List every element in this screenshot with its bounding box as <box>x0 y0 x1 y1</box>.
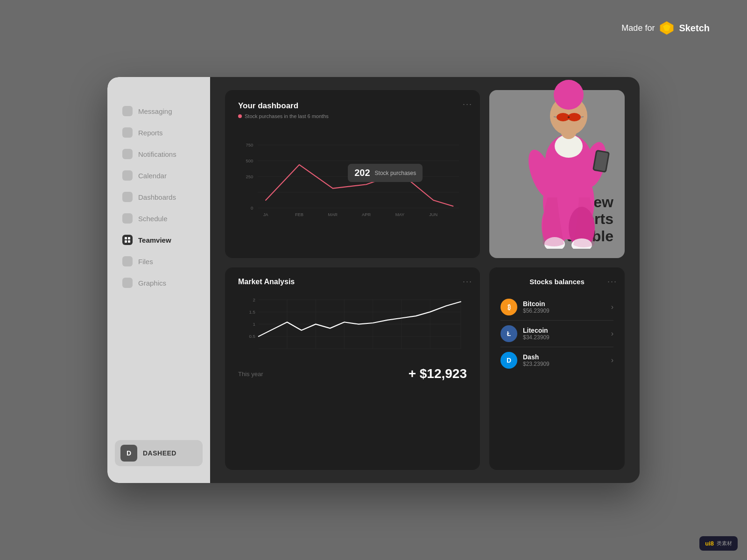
sidebar-item-files[interactable]: Files <box>111 252 206 271</box>
stock-icon-bitcoin: ₿ <box>500 299 517 315</box>
svg-point-35 <box>554 80 584 110</box>
market-chart: 2 1.5 1 0.5 <box>238 294 467 359</box>
dashboard-legend: Stock purchases in the last 6 months <box>238 113 467 119</box>
svg-text:250: 250 <box>246 175 254 179</box>
svg-rect-3 <box>128 237 130 239</box>
chart-tooltip: 202 Stock purchases <box>348 164 423 182</box>
svg-text:APR: APR <box>362 212 371 217</box>
stock-item-bitcoin[interactable]: ₿ Bitcoin $56.23909 › <box>500 294 613 321</box>
svg-text:750: 750 <box>246 143 254 147</box>
svg-text:1.5: 1.5 <box>249 309 255 315</box>
sidebar: MessagingReportsNotificationsCalendarDas… <box>107 77 210 483</box>
stock-price-litecoin: $34.23909 <box>523 334 606 341</box>
svg-rect-5 <box>128 240 130 243</box>
svg-point-27 <box>545 134 592 186</box>
svg-point-37 <box>568 113 581 121</box>
sidebar-bottom: D DASHEED <box>107 433 210 474</box>
legend-text: Stock purchases in the last 6 months <box>245 113 329 119</box>
sidebar-item-label-teamview: Teamview <box>138 236 171 244</box>
stock-price-dash: $23.23909 <box>523 361 606 367</box>
stock-icon-dash: D <box>500 352 517 369</box>
dashboard-chart-svg: 750 500 250 0 JA FEB MAR APR MAY <box>238 126 467 238</box>
main-content: ... Your dashboard Stock purchases in th… <box>210 77 640 483</box>
dashboard-title: Your dashboard <box>238 101 467 111</box>
reports-icon <box>122 127 133 138</box>
sidebar-item-schedule[interactable]: Schedule <box>111 209 206 228</box>
tooltip-number: 202 <box>354 168 370 178</box>
user-name: DASHEED <box>143 449 176 457</box>
message-icon <box>122 106 133 116</box>
svg-text:JA: JA <box>263 212 269 217</box>
promo-card: New reports available <box>489 90 625 258</box>
sidebar-item-label-calendar: Calendar <box>138 172 167 180</box>
avatar: D <box>120 445 137 462</box>
made-for-label: Made for <box>621 23 655 33</box>
stocks-menu[interactable]: ... <box>607 275 617 285</box>
watermark-icon: ui8 <box>705 540 714 547</box>
watermark: ui8 类素材 <box>699 536 738 551</box>
market-value: + $12,923 <box>409 366 467 381</box>
sidebar-item-label-schedule: Schedule <box>138 215 168 223</box>
schedule-icon <box>122 213 133 224</box>
dashboard-chart: 750 500 250 0 JA FEB MAR APR MAY <box>238 126 467 238</box>
svg-point-30 <box>578 140 610 190</box>
sidebar-item-messaging[interactable]: Messaging <box>111 101 206 121</box>
dashboard-icon <box>122 192 133 202</box>
tooltip-label: Stock purchases <box>375 170 416 176</box>
market-title: Market Analysis <box>238 278 467 286</box>
stocks-card: ... Stocks balances ₿ Bitcoin $56.23909 … <box>489 267 625 470</box>
sidebar-item-label-reports: Reports <box>138 129 163 137</box>
svg-point-28 <box>555 134 583 158</box>
svg-rect-4 <box>125 240 127 243</box>
market-menu[interactable]: ... <box>463 275 472 285</box>
market-footer: This year + $12,923 <box>238 366 467 381</box>
stock-arrow-litecoin: › <box>611 329 613 338</box>
svg-text:FEB: FEB <box>295 212 303 217</box>
sidebar-item-reports[interactable]: Reports <box>111 123 206 142</box>
stock-arrow-bitcoin: › <box>611 303 613 311</box>
stock-name-litecoin: Litecoin <box>523 327 606 334</box>
svg-text:0: 0 <box>251 206 253 210</box>
app-container: MessagingReportsNotificationsCalendarDas… <box>107 77 640 483</box>
market-card: ... Market Analysis <box>225 267 480 470</box>
svg-rect-2 <box>125 237 127 239</box>
dashboard-menu[interactable]: ... <box>463 98 472 107</box>
sidebar-item-label-notifications: Notifications <box>138 150 176 158</box>
stock-name-dash: Dash <box>523 353 606 361</box>
sidebar-item-calendar[interactable]: Calendar <box>111 166 206 185</box>
stock-item-dash[interactable]: D Dash $23.23909 › <box>500 347 613 373</box>
sidebar-item-teamview[interactable]: Teamview <box>111 230 206 250</box>
svg-text:1: 1 <box>253 322 255 327</box>
stock-info-litecoin: Litecoin $34.23909 <box>523 327 606 341</box>
svg-text:JUN: JUN <box>429 212 437 217</box>
user-profile[interactable]: D DASHEED <box>115 440 203 466</box>
market-period: This year <box>238 371 263 378</box>
stock-item-litecoin[interactable]: Ł Litecoin $34.23909 › <box>500 321 613 347</box>
graphics-icon <box>122 278 133 288</box>
sidebar-nav: MessagingReportsNotificationsCalendarDas… <box>107 91 210 433</box>
svg-point-36 <box>557 113 570 121</box>
stock-icon-litecoin: Ł <box>500 325 517 342</box>
sidebar-item-notifications[interactable]: Notifications <box>111 144 206 164</box>
watermark-sub: 类素材 <box>717 540 732 547</box>
sidebar-item-graphics[interactable]: Graphics <box>111 273 206 293</box>
svg-point-34 <box>550 96 587 135</box>
svg-line-38 <box>554 117 557 117</box>
files-icon <box>122 256 133 266</box>
stocks-title: Stocks balances <box>500 278 613 286</box>
legend-dot <box>238 114 242 118</box>
svg-text:MAY: MAY <box>395 212 404 217</box>
sidebar-item-dashboards[interactable]: Dashboards <box>111 187 206 207</box>
svg-rect-31 <box>592 150 610 173</box>
svg-point-33 <box>560 120 577 139</box>
grid-icon <box>122 235 133 245</box>
svg-text:500: 500 <box>246 159 254 163</box>
stock-arrow-dash: › <box>611 356 613 364</box>
sidebar-item-label-graphics: Graphics <box>138 279 166 287</box>
svg-text:0.5: 0.5 <box>249 334 255 339</box>
svg-line-39 <box>581 117 584 117</box>
promo-text: New reports available <box>500 194 613 245</box>
bell-icon <box>122 149 133 159</box>
sketch-icon <box>659 21 674 35</box>
stock-name-bitcoin: Bitcoin <box>523 300 606 308</box>
